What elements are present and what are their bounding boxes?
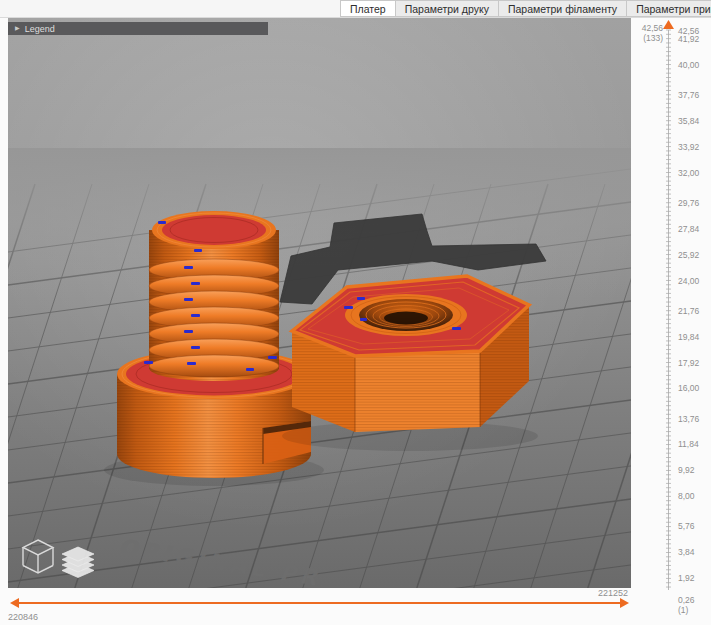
top-tab-bar: Платер Параметри друку Параметри філамен… bbox=[0, 0, 711, 18]
layer-slider-max-tooltip: 42,56 (133) bbox=[631, 23, 663, 43]
legend-collapse-icon: ▶ bbox=[15, 22, 20, 35]
scene-3d[interactable]: ORIGINAL PR bbox=[8, 18, 631, 590]
legend-header[interactable]: ▶ Legend bbox=[8, 22, 268, 35]
legend-title: Legend bbox=[25, 24, 55, 34]
move-slider[interactable]: 221252 220846 bbox=[8, 588, 631, 625]
tab-plater[interactable]: Платер bbox=[340, 0, 396, 17]
tab-print-settings[interactable]: Параметри друку bbox=[396, 0, 499, 17]
tab-printer-settings[interactable]: Параметри принтеру bbox=[627, 0, 711, 17]
tab-filament-settings[interactable]: Параметри філаменту bbox=[499, 0, 627, 17]
move-end-label: 221252 bbox=[598, 588, 628, 598]
move-start-label: 220846 bbox=[8, 612, 38, 622]
settings-tabs: Платер Параметри друку Параметри філамен… bbox=[340, 0, 711, 17]
layer-slider-min-tooltip: 0,26 (1) bbox=[678, 595, 695, 615]
move-slider-left-arrow[interactable] bbox=[10, 598, 19, 608]
layer-slider-up-arrow[interactable] bbox=[663, 20, 674, 29]
move-slider-right-arrow[interactable] bbox=[620, 598, 629, 608]
layer-slider[interactable]: 42,56 (133) 42,5641,9240,0037,7635,8433,… bbox=[631, 18, 711, 590]
viewport-3d[interactable]: ORIGINAL PR bbox=[8, 18, 631, 590]
